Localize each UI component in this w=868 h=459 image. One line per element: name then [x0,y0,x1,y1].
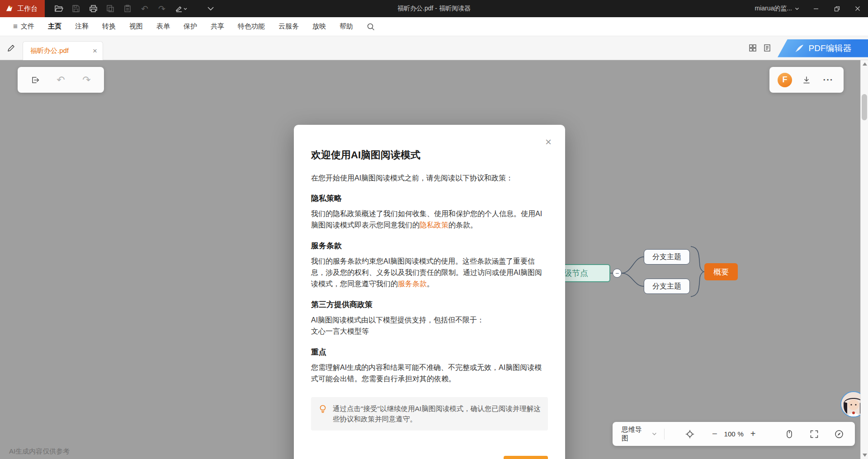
privacy-policy-link[interactable]: 隐私政策 [420,221,448,229]
dialog-title: 欢迎使用AI脑图阅读模式 [311,148,548,162]
ai-assistant-icon[interactable]: F [776,71,794,89]
window-title: 福昕办公.pdf - 福昕阅读器 [397,5,471,13]
fullscreen-icon[interactable] [807,427,821,441]
scroll-up-icon[interactable] [863,62,867,66]
chevron-down-icon [652,432,657,435]
chevron-down-icon [795,7,799,10]
quick-access-toolbar: ↶ ↷ [51,2,218,15]
divider [664,429,665,440]
canvas-toolbar-right: F ··· [769,67,844,93]
accept-tip-text: 通过点击"接受"以继续使用AI脑图阅读模式，确认您已阅读并理解这些协议和政策并同… [333,403,541,424]
more-options-icon[interactable]: ··· [819,71,837,89]
download-icon[interactable] [797,71,816,89]
account-menu[interactable]: miarua的监... [749,0,806,17]
terms-body: 我们的服务条款约束您AI脑图阅读模式的使用。这些条款涵盖了重要信息，涉及您的权利… [311,256,548,289]
mouse-mode-icon[interactable] [783,427,796,441]
compass-icon[interactable] [832,427,845,441]
redo-icon[interactable]: ↷ [78,71,96,89]
pdf-editor-label: PDF编辑器 [809,43,852,54]
mindmap-node-branch-bottom[interactable]: 分支主题 [644,279,690,294]
undo-icon[interactable]: ↶ [137,2,152,15]
ai-disclaimer: AI生成内容仅供参考 [9,447,70,456]
menu-share[interactable]: 共享 [204,17,231,36]
zoom-in-button[interactable]: + [746,427,760,441]
menu-convert[interactable]: 转换 [95,17,123,36]
hamburger-icon: ≡ [13,22,18,31]
key-point-heading: 重点 [311,347,548,357]
menu-form[interactable]: 表单 [150,17,177,36]
open-in-editor-icon[interactable] [26,71,44,89]
scrollbar-thumb[interactable] [862,94,867,120]
menu-file[interactable]: ≡ 文件 [6,17,41,36]
undo-icon[interactable]: ↶ [52,71,70,89]
save-icon[interactable] [68,2,84,15]
workspace-label: 工作台 [17,5,38,13]
menu-protect[interactable]: 保护 [177,17,204,36]
scroll-down-icon[interactable] [863,454,867,457]
document-tab[interactable]: 福昕办公.pdf × [23,41,103,60]
tabbar: 福昕办公.pdf × PDF编辑器 [0,36,868,60]
copy-icon[interactable] [103,2,118,15]
annotate-pencil-icon[interactable] [0,44,23,52]
close-tab-icon[interactable]: × [93,47,97,55]
titlebar: 工作台 ↶ ↷ [0,0,868,17]
menu-features[interactable]: 特色功能 [231,17,272,36]
open-file-icon[interactable] [51,2,66,15]
menu-help[interactable]: 帮助 [333,17,360,36]
canvas-toolbar-left: ↶ ↷ [18,67,104,93]
restore-button[interactable] [826,0,847,17]
tab-title: 福昕办公.pdf [30,47,89,55]
quill-icon [794,43,804,53]
menu-comment[interactable]: 注释 [68,17,95,36]
accept-tip-box: 通过点击"接受"以继续使用AI脑图阅读模式，确认您已阅读并理解这些协议和政策并同… [311,397,548,431]
zoom-out-button[interactable]: − [708,427,721,441]
foxit-reader-window: 工作台 ↶ ↷ [0,0,868,60]
terms-of-service-link[interactable]: 服务条款 [398,280,427,288]
menubar: ≡ 文件 主页 注释 转换 视图 表单 保护 共享 特色功能 云服务 放映 帮助 [0,17,868,36]
terms-body-tail: 。 [427,280,434,288]
minimize-button[interactable] [806,0,826,17]
view-mode-select[interactable]: 思维导图 [622,426,657,443]
key-point-body: 您需理解AI生成的内容和结果可能不准确、不完整或无效，AI脑图阅读模式可能会出错… [311,362,548,384]
pdf-editor-button[interactable]: PDF编辑器 [778,39,868,57]
mindmap-node-branch-top[interactable]: 分支主题 [644,249,690,265]
titlebar-right: miarua的监... [749,0,868,17]
print-icon[interactable] [85,2,101,15]
view-control-bar: 思维导图 − 100% + [613,422,855,446]
page-layout-icon[interactable] [763,44,771,52]
third-party-line1: AI脑图阅读模式由以下模型提供支持，包括但不限于： [311,314,548,326]
third-party-heading: 第三方提供商政策 [311,299,548,310]
menu-cloud[interactable]: 云服务 [272,17,306,36]
paste-icon[interactable] [120,2,135,15]
lightbulb-icon [318,404,327,414]
third-party-line2: 文心一言大模型等 [311,326,548,337]
collapse-node-icon[interactable]: − [613,269,622,278]
toolbar-expand-icon[interactable] [203,2,218,15]
menu-view[interactable]: 视图 [123,17,150,36]
tabbar-right: PDF编辑器 [749,36,868,60]
menu-home[interactable]: 主页 [41,17,68,36]
dialog-intro: 在您开始使用AI脑图阅读模式之前，请先阅读以下协议和政策： [311,174,548,183]
redo-icon[interactable]: ↷ [154,2,170,15]
vertical-scrollbar[interactable] [860,60,868,459]
privacy-body-tail: 的条款。 [448,221,477,229]
workspace-button[interactable]: 工作台 [0,0,45,17]
account-name: miarua的监... [755,5,792,13]
dialog-close-icon[interactable]: × [545,137,552,147]
ai-terms-dialog: × 欢迎使用AI脑图阅读模式 在您开始使用AI脑图阅读模式之前，请先阅读以下协议… [294,125,565,459]
locate-center-icon[interactable] [683,427,696,441]
close-button[interactable] [847,0,868,17]
grid-view-icon[interactable] [749,44,757,52]
search-icon[interactable] [363,23,379,31]
terms-heading: 服务条款 [311,241,548,251]
privacy-heading: 隐私策略 [311,193,548,203]
third-party-body: AI脑图阅读模式由以下模型提供支持，包括但不限于： 文心一言大模型等 [311,314,548,337]
mindmap-node-summary[interactable]: 概要 [704,263,738,280]
ink-sign-icon[interactable] [171,2,191,15]
menu-slideshow[interactable]: 放映 [306,17,333,36]
zoom-level: 100% [724,430,744,438]
foxit-logo-icon [5,5,14,13]
accept-button[interactable]: 接受 [504,456,548,459]
mindmap-canvas[interactable]: ↶ ↷ F ··· 二级节点 − 分支主题 分支主题 概要 [0,60,868,459]
view-mode-label: 思维导图 [622,426,648,443]
